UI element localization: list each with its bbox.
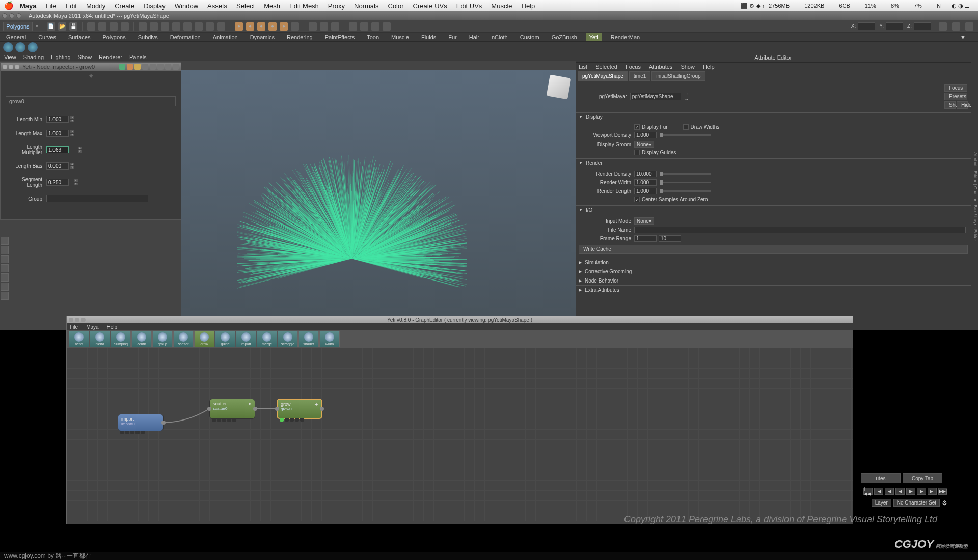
- snap-icon[interactable]: [195, 22, 203, 31]
- fwd-icon[interactable]: ▶|: [928, 488, 937, 495]
- slider[interactable]: [660, 173, 711, 175]
- shelf-subdivs[interactable]: Subdivs: [135, 33, 161, 41]
- ae-attributes[interactable]: Attributes: [649, 64, 672, 70]
- menu-color[interactable]: Color: [388, 2, 404, 10]
- vp-lighting[interactable]: Lighting: [51, 54, 71, 60]
- menu-editmesh[interactable]: Edit Mesh: [289, 2, 319, 10]
- display-guides-check[interactable]: [634, 150, 640, 155]
- menu-modify[interactable]: Modify: [86, 2, 105, 10]
- misc-icon[interactable]: [309, 22, 317, 31]
- spinner-icon[interactable]: ▲▼: [74, 179, 78, 186]
- shelf-tool-icon[interactable]: [28, 42, 38, 52]
- render-icon[interactable]: ●: [268, 22, 277, 31]
- shelf-dynamics[interactable]: Dynamics: [247, 33, 278, 41]
- misc-icon[interactable]: [360, 22, 368, 31]
- snap-icon[interactable]: [206, 22, 214, 31]
- vp-view[interactable]: View: [4, 54, 16, 60]
- ni-min-icon[interactable]: [9, 65, 13, 69]
- node-scatter[interactable]: scatter scatter0 ✦: [209, 399, 255, 419]
- slider[interactable]: [660, 182, 711, 183]
- section-extra[interactable]: ▶Extra Attributes: [576, 286, 971, 294]
- ge-titlebar[interactable]: Yeti v0.8.0 - GraphEditor ( currently vi…: [67, 316, 853, 323]
- spinner-icon[interactable]: ▲▼: [78, 146, 82, 153]
- shelf-overflow-icon[interactable]: ▼: [957, 33, 969, 41]
- tool-scraggle[interactable]: scraggle: [278, 331, 298, 347]
- menu-window[interactable]: Window: [175, 2, 198, 10]
- hide-button[interactable]: Hide: [957, 101, 968, 109]
- shelf-custom[interactable]: Custom: [517, 33, 542, 41]
- ni-tool-icon[interactable]: [127, 64, 133, 70]
- groom-select[interactable]: None ▾: [634, 141, 654, 148]
- length-max-input[interactable]: [46, 130, 69, 137]
- tool-icon[interactable]: [1, 246, 9, 254]
- node-input-port[interactable]: [207, 407, 211, 411]
- ae-list[interactable]: List: [579, 64, 587, 70]
- display-fur-check[interactable]: ✓: [634, 124, 640, 130]
- snap-icon[interactable]: [183, 22, 192, 31]
- ni-close-icon[interactable]: [3, 65, 7, 69]
- misc-icon[interactable]: [383, 22, 391, 31]
- close-dot[interactable]: [2, 13, 7, 18]
- menu-normals[interactable]: Normals: [354, 2, 378, 10]
- step-fwd-icon[interactable]: ▶: [917, 488, 926, 495]
- ni-tool-icon[interactable]: [134, 64, 141, 70]
- new-icon[interactable]: 📄: [47, 22, 55, 31]
- viewport-density-input[interactable]: [634, 132, 657, 138]
- render-width-input[interactable]: [634, 179, 657, 186]
- tool-group[interactable]: group: [152, 331, 173, 347]
- spinner-icon[interactable]: ▲▼: [70, 130, 74, 137]
- tab-shape[interactable]: pgYetiMayaShape: [578, 71, 628, 81]
- ni-tool-icon[interactable]: [157, 64, 164, 70]
- node-output-port[interactable]: [161, 421, 166, 425]
- tool-icon[interactable]: [1, 255, 9, 263]
- ni-tool-icon[interactable]: [119, 64, 125, 70]
- ge-max-icon[interactable]: [81, 318, 86, 322]
- menu-file[interactable]: File: [46, 2, 57, 10]
- slider[interactable]: [660, 190, 711, 192]
- menu-edit[interactable]: Edit: [65, 2, 76, 10]
- ni-tool-icon[interactable]: [165, 64, 171, 70]
- z-input[interactable]: [914, 22, 931, 30]
- shelf-ncloth[interactable]: nCloth: [488, 33, 511, 41]
- tool-clumping[interactable]: clumping: [111, 331, 131, 347]
- section-corrective[interactable]: ▶Corrective Grooming: [576, 267, 971, 276]
- section-simulation[interactable]: ▶Simulation: [576, 258, 971, 267]
- tab-time[interactable]: time1: [629, 71, 650, 81]
- misc-icon[interactable]: [371, 22, 379, 31]
- misc-icon[interactable]: [349, 22, 357, 31]
- node-import[interactable]: import import0: [118, 414, 164, 431]
- viewcube-icon[interactable]: [547, 75, 572, 100]
- shelf-toon[interactable]: Toon: [364, 33, 382, 41]
- frame-end-input[interactable]: [659, 235, 681, 242]
- misc-icon[interactable]: [331, 22, 339, 31]
- node-grow[interactable]: grow grow0 ✦: [277, 399, 322, 419]
- tool-grow[interactable]: grow: [194, 331, 214, 347]
- shelf-rendering[interactable]: Rendering: [284, 33, 316, 41]
- menu-proxy[interactable]: Proxy: [328, 2, 345, 10]
- tool-guide[interactable]: guide: [215, 331, 235, 347]
- node-output-port[interactable]: [320, 407, 324, 411]
- menu-app[interactable]: Maya: [20, 2, 37, 10]
- shelf-tool-icon[interactable]: [15, 42, 25, 52]
- ge-min-icon[interactable]: [75, 318, 79, 322]
- section-header[interactable]: ▼I/O: [576, 206, 971, 214]
- tool-icon[interactable]: [110, 22, 118, 31]
- render-icon[interactable]: [291, 22, 299, 31]
- ni-node-name[interactable]: grow0: [6, 96, 176, 106]
- copytab-button[interactable]: Copy Tab: [903, 473, 942, 483]
- write-cache-button[interactable]: Write Cache: [579, 245, 968, 254]
- tool-icon[interactable]: [1, 283, 9, 291]
- play-icon[interactable]: ▶: [906, 488, 915, 495]
- shelf-animation[interactable]: Animation: [210, 33, 241, 41]
- tool-width[interactable]: width: [319, 331, 340, 347]
- shelf-gozbrush[interactable]: GoZBrush: [549, 33, 580, 41]
- focus-button[interactable]: Focus: [944, 84, 967, 92]
- ni-tool-icon[interactable]: [173, 64, 179, 70]
- ge-file[interactable]: File: [70, 324, 78, 330]
- input-mode-select[interactable]: None ▾: [634, 217, 654, 225]
- presets-button[interactable]: Presets: [944, 93, 967, 100]
- shelf-yeti[interactable]: Yeti: [586, 33, 602, 41]
- nav-icon[interactable]: →: [684, 91, 689, 96]
- viewport[interactable]: [181, 70, 576, 330]
- name-input[interactable]: [630, 93, 681, 100]
